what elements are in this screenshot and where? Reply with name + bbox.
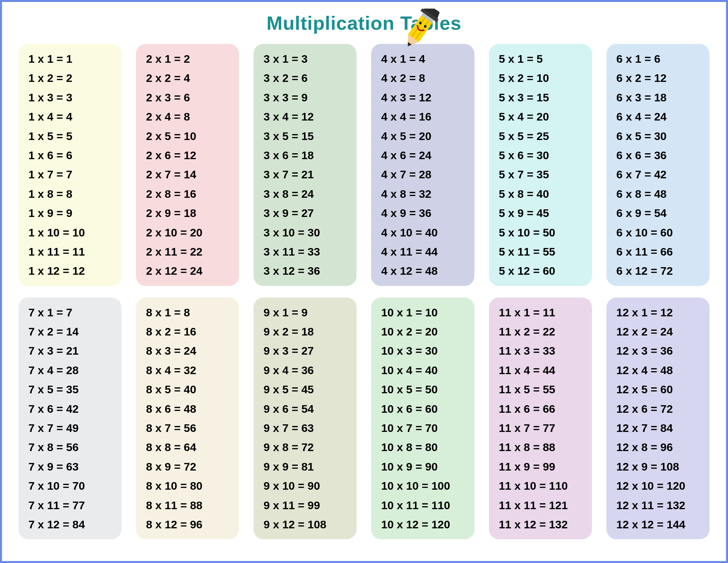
table-row: 8 x 11 = 88: [146, 500, 236, 511]
table-row: 1 x 3 = 3: [28, 92, 118, 103]
table-row: 5 x 12 = 60: [499, 265, 589, 276]
table-row: 5 x 2 = 10: [499, 72, 589, 84]
table-row: 4 x 9 = 36: [381, 207, 471, 219]
table-row: 2 x 1 = 2: [146, 53, 236, 64]
table-row: 12 x 12 = 144: [616, 519, 706, 530]
table-row: 9 x 10 = 90: [263, 480, 353, 491]
table-row: 3 x 3 = 9: [263, 92, 353, 103]
times-table-9: 9 x 1 = 99 x 2 = 189 x 3 = 279 x 4 = 369…: [254, 298, 357, 540]
table-row: 9 x 1 = 9: [263, 307, 353, 318]
table-row: 12 x 6 = 72: [616, 403, 706, 414]
table-row: 4 x 5 = 20: [381, 130, 471, 142]
table-row: 10 x 2 = 20: [381, 326, 471, 337]
table-row: 2 x 6 = 12: [146, 150, 236, 161]
table-row: 7 x 12 = 84: [28, 519, 118, 530]
page-title: Multiplication Tables: [12, 12, 716, 34]
table-row: 9 x 8 = 72: [263, 441, 353, 453]
table-row: 4 x 2 = 8: [381, 72, 471, 84]
table-row: 9 x 3 = 27: [263, 345, 353, 356]
table-row: 8 x 3 = 24: [146, 345, 236, 356]
table-row: 6 x 12 = 72: [616, 265, 706, 276]
table-row: 8 x 8 = 64: [146, 441, 236, 453]
times-table-1: 1 x 1 = 11 x 2 = 21 x 3 = 31 x 4 = 41 x …: [18, 44, 121, 286]
table-row: 12 x 11 = 132: [616, 500, 706, 511]
table-row: 1 x 2 = 2: [28, 72, 118, 84]
table-row: 6 x 5 = 30: [616, 130, 706, 142]
table-row: 8 x 9 = 72: [146, 461, 236, 472]
times-table-12: 12 x 1 = 1212 x 2 = 2412 x 3 = 3612 x 4 …: [607, 298, 710, 540]
table-row: 3 x 1 = 3: [263, 53, 353, 64]
table-row: 2 x 2 = 4: [146, 72, 236, 84]
table-row: 11 x 4 = 44: [499, 365, 589, 376]
table-row: 5 x 8 = 40: [499, 188, 589, 199]
table-row: 1 x 11 = 11: [28, 246, 118, 257]
table-row: 6 x 11 = 66: [616, 246, 706, 257]
table-row: 8 x 2 = 16: [146, 326, 236, 337]
table-row: 11 x 8 = 88: [499, 441, 589, 453]
table-row: 12 x 8 = 96: [616, 441, 706, 453]
table-row: 7 x 6 = 42: [28, 403, 118, 414]
table-row: 5 x 5 = 25: [499, 130, 589, 142]
table-row: 1 x 6 = 6: [28, 150, 118, 161]
table-row: 9 x 4 = 36: [263, 365, 353, 376]
table-row: 2 x 12 = 24: [146, 265, 236, 276]
times-table-5: 5 x 1 = 55 x 2 = 105 x 3 = 155 x 4 = 205…: [489, 44, 592, 286]
table-row: 12 x 1 = 12: [616, 307, 706, 318]
table-row: 9 x 12 = 108: [263, 519, 353, 530]
table-row: 3 x 10 = 30: [263, 227, 353, 238]
table-row: 7 x 8 = 56: [28, 441, 118, 453]
table-row: 5 x 6 = 30: [499, 150, 589, 161]
table-row: 1 x 1 = 1: [28, 53, 118, 64]
table-row: 9 x 9 = 81: [263, 461, 353, 472]
table-row: 5 x 9 = 45: [499, 207, 589, 219]
table-row: 3 x 12 = 36: [263, 265, 353, 276]
table-row: 6 x 7 = 42: [616, 169, 706, 180]
times-table-11: 11 x 1 = 1111 x 2 = 2211 x 3 = 3311 x 4 …: [489, 298, 592, 540]
table-row: 8 x 6 = 48: [146, 403, 236, 414]
times-table-2: 2 x 1 = 22 x 2 = 42 x 3 = 62 x 4 = 82 x …: [136, 44, 239, 286]
table-row: 10 x 5 = 50: [381, 384, 471, 395]
times-table-6: 6 x 1 = 66 x 2 = 126 x 3 = 186 x 4 = 246…: [607, 44, 710, 286]
table-row: 6 x 1 = 6: [616, 53, 706, 64]
table-row: 6 x 8 = 48: [616, 188, 706, 199]
multiplication-tables-sheet: Multiplication Tables: [0, 0, 728, 563]
table-row: 6 x 10 = 60: [616, 227, 706, 238]
table-row: 4 x 8 = 32: [381, 188, 471, 199]
table-row: 4 x 3 = 12: [381, 92, 471, 103]
table-row: 4 x 12 = 48: [381, 265, 471, 276]
table-row: 11 x 6 = 66: [499, 403, 589, 414]
table-row: 3 x 9 = 27: [263, 207, 353, 219]
table-row: 6 x 4 = 24: [616, 111, 706, 122]
table-row: 3 x 6 = 18: [263, 150, 353, 161]
table-row: 6 x 2 = 12: [616, 72, 706, 84]
table-row: 11 x 3 = 33: [499, 345, 589, 356]
table-row: 11 x 9 = 99: [499, 461, 589, 472]
table-row: 10 x 6 = 60: [381, 403, 471, 414]
table-row: 10 x 9 = 90: [381, 461, 471, 472]
table-row: 10 x 7 = 70: [381, 422, 471, 434]
table-row: 5 x 4 = 20: [499, 111, 589, 122]
table-row: 1 x 5 = 5: [28, 130, 118, 142]
table-row: 2 x 5 = 10: [146, 130, 236, 142]
table-row: 12 x 10 = 120: [616, 480, 706, 491]
table-row: 8 x 4 = 32: [146, 365, 236, 376]
table-row: 2 x 10 = 20: [146, 227, 236, 238]
table-row: 2 x 11 = 22: [146, 246, 236, 257]
times-table-10: 10 x 1 = 1010 x 2 = 2010 x 3 = 3010 x 4 …: [371, 298, 474, 540]
table-row: 2 x 3 = 6: [146, 92, 236, 103]
table-row: 2 x 9 = 18: [146, 207, 236, 219]
table-row: 1 x 7 = 7: [28, 169, 118, 180]
table-row: 8 x 10 = 80: [146, 480, 236, 491]
table-row: 7 x 4 = 28: [28, 365, 118, 376]
table-row: 10 x 12 = 120: [381, 519, 471, 530]
table-row: 12 x 5 = 60: [616, 384, 706, 395]
times-table-8: 8 x 1 = 88 x 2 = 168 x 3 = 248 x 4 = 328…: [136, 298, 239, 540]
table-row: 9 x 11 = 99: [263, 500, 353, 511]
times-table-4: 4 x 1 = 44 x 2 = 84 x 3 = 124 x 4 = 164 …: [371, 44, 474, 286]
table-row: 6 x 9 = 54: [616, 207, 706, 219]
table-row: 7 x 5 = 35: [28, 384, 118, 395]
table-row: 12 x 4 = 48: [616, 365, 706, 376]
table-row: 8 x 1 = 8: [146, 307, 236, 318]
times-table-3: 3 x 1 = 33 x 2 = 63 x 3 = 93 x 4 = 123 x…: [254, 44, 357, 286]
table-row: 12 x 7 = 84: [616, 422, 706, 434]
